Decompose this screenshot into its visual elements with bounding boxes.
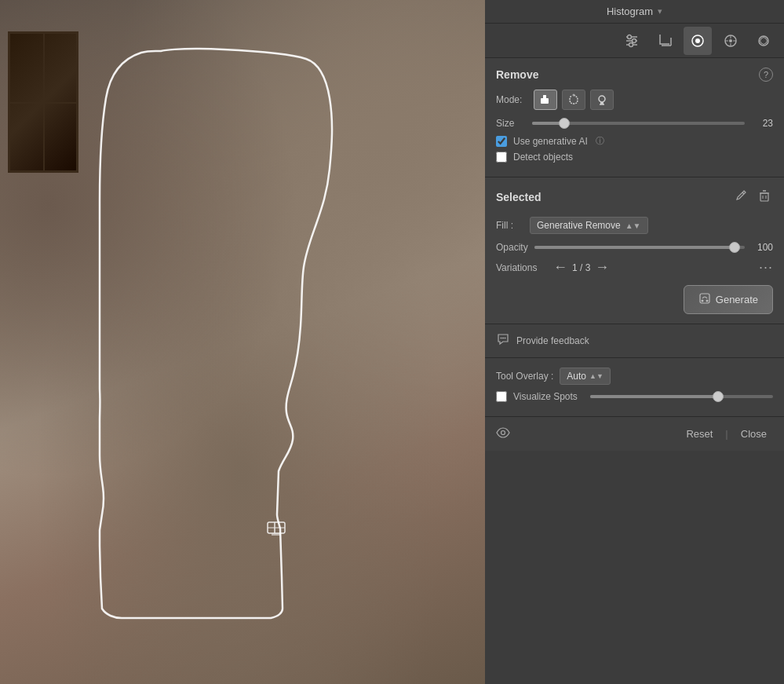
svg-rect-14 xyxy=(541,98,549,104)
tool-overlay-label: Tool Overlay : xyxy=(496,371,553,382)
svg-point-29 xyxy=(501,338,502,339)
mode-icons xyxy=(534,90,614,110)
healing-icon[interactable] xyxy=(684,27,712,55)
svg-point-6 xyxy=(628,35,632,38)
fill-row: Fill : Generative Remove ▲▼ xyxy=(496,217,773,234)
edit-selection-icon[interactable] xyxy=(732,187,749,207)
opacity-slider-row: Opacity 100 xyxy=(496,242,773,253)
feedback-icon xyxy=(496,332,510,349)
variations-label: Variations xyxy=(496,262,547,273)
generative-ai-info-icon[interactable]: ⓘ xyxy=(596,135,604,147)
building-window xyxy=(8,31,78,173)
eye-icon[interactable] xyxy=(496,427,510,441)
size-label: Size xyxy=(496,118,526,129)
mode-row: Mode: xyxy=(496,90,773,110)
svg-point-16 xyxy=(573,94,575,97)
tool-overlay-dropdown[interactable]: Auto ▲▼ xyxy=(560,368,611,385)
fill-label: Fill : xyxy=(496,220,523,231)
histogram-label: Histogram ▾ xyxy=(485,0,784,24)
histogram-title: Histogram xyxy=(607,5,653,17)
selected-header: Selected xyxy=(496,187,773,207)
svg-point-32 xyxy=(501,430,505,434)
svg-line-20 xyxy=(742,192,744,194)
detect-objects-checkbox[interactable] xyxy=(496,152,507,163)
tool-overlay-value: Auto xyxy=(567,371,586,382)
visualize-spots-row: Visualize Spots xyxy=(496,391,773,402)
size-slider-row: Size 23 xyxy=(496,118,773,129)
generate-button[interactable]: Generate xyxy=(684,285,773,314)
feedback-row[interactable]: Provide feedback xyxy=(485,324,784,358)
help-icon[interactable]: ? xyxy=(759,68,773,82)
svg-point-10 xyxy=(695,38,700,43)
tool-overlay-section: Tool Overlay : Auto ▲▼ Visualize Spots xyxy=(485,358,784,417)
effects-icon[interactable] xyxy=(749,27,778,55)
selected-section: Selected xyxy=(485,177,784,324)
photo-canvas[interactable] xyxy=(0,0,485,684)
right-panel: Histogram ▾ xyxy=(485,0,784,684)
svg-rect-15 xyxy=(543,95,546,99)
size-value: 23 xyxy=(751,118,773,129)
tool-overlay-row: Tool Overlay : Auto ▲▼ xyxy=(496,368,773,385)
svg-point-30 xyxy=(502,338,504,339)
variations-prev-icon[interactable]: ← xyxy=(553,259,567,276)
fill-dropdown[interactable]: Generative Remove ▲▼ xyxy=(530,217,648,234)
stamp-mode-btn[interactable] xyxy=(590,90,614,110)
svg-point-27 xyxy=(701,300,703,302)
remove-title: Remove xyxy=(496,68,538,81)
adjustments-icon[interactable] xyxy=(618,27,646,55)
size-slider-track[interactable] xyxy=(532,122,745,125)
generative-ai-row: Use generative AI ⓘ xyxy=(496,135,773,147)
variations-row: Variations ← 1 / 3 → ··· xyxy=(496,259,773,276)
tool-overlay-arrow: ▲▼ xyxy=(589,372,603,380)
variations-next-icon[interactable]: → xyxy=(595,259,609,276)
detect-objects-row: Detect objects xyxy=(496,152,773,163)
reset-button[interactable]: Reset xyxy=(680,425,719,443)
delete-selection-icon[interactable] xyxy=(756,187,773,207)
feedback-label: Provide feedback xyxy=(516,335,589,346)
mode-label: Mode: xyxy=(496,94,527,105)
generative-ai-checkbox[interactable] xyxy=(496,136,507,147)
svg-point-17 xyxy=(599,96,605,102)
svg-point-12 xyxy=(729,39,732,42)
variations-nav: ← 1 / 3 → xyxy=(553,259,609,276)
remove-section-header: Remove ? xyxy=(496,68,773,82)
svg-rect-21 xyxy=(760,193,768,201)
selected-icons xyxy=(732,187,773,207)
action-divider: | xyxy=(725,428,727,440)
opacity-label: Opacity xyxy=(496,242,528,253)
fill-dropdown-arrow: ▲▼ xyxy=(625,221,641,230)
svg-point-28 xyxy=(706,300,708,302)
lasso-mode-btn[interactable] xyxy=(562,90,585,110)
generative-ai-label[interactable]: Use generative AI xyxy=(513,136,588,147)
opacity-slider-track[interactable] xyxy=(534,246,745,249)
svg-point-8 xyxy=(629,42,633,46)
visualize-spots-label[interactable]: Visualize Spots xyxy=(513,391,578,402)
crop-icon[interactable] xyxy=(651,27,679,55)
more-options-icon[interactable]: ··· xyxy=(759,259,773,276)
svg-rect-26 xyxy=(700,294,709,303)
visualize-spots-checkbox[interactable] xyxy=(496,391,507,402)
eraser-cursor xyxy=(265,514,287,541)
bottom-actions: Reset | Close xyxy=(485,417,784,451)
opacity-value: 100 xyxy=(751,242,773,253)
tool-toolbar xyxy=(485,24,784,58)
svg-point-31 xyxy=(505,338,506,339)
variations-count: 1 / 3 xyxy=(572,262,590,273)
detect-objects-label[interactable]: Detect objects xyxy=(513,152,573,163)
generate-label: Generate xyxy=(716,294,758,305)
fill-value: Generative Remove xyxy=(537,220,621,231)
close-button[interactable]: Close xyxy=(735,425,773,443)
masking-icon[interactable] xyxy=(717,27,745,55)
visualize-spots-slider[interactable] xyxy=(590,395,773,398)
svg-point-7 xyxy=(633,38,636,42)
remove-section: Remove ? Mode: xyxy=(485,58,784,177)
selected-title: Selected xyxy=(496,191,542,203)
brush-mode-btn[interactable] xyxy=(534,90,557,110)
generate-icon xyxy=(698,292,711,307)
